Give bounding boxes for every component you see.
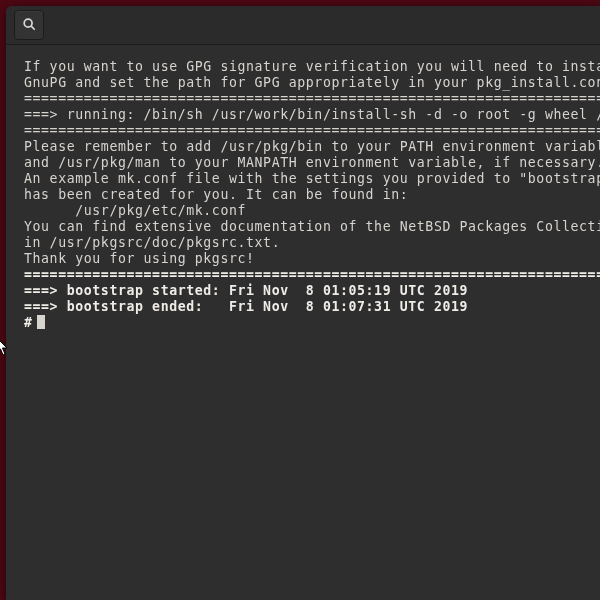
terminal-output[interactable]: If you want to use GPG signature verific…	[6, 45, 600, 600]
terminal-line: An example mk.conf file with the setting…	[24, 171, 600, 187]
svg-line-1	[31, 26, 34, 29]
terminal-line: ========================================…	[24, 91, 600, 107]
terminal-line: Please remember to add /usr/pkg/bin to y…	[24, 139, 600, 155]
shell-prompt[interactable]: #	[24, 315, 600, 331]
text-cursor	[37, 315, 45, 329]
terminal-line: You can find extensive documentation of …	[24, 219, 600, 235]
terminal-line: in /usr/pkgsrc/doc/pkgsrc.txt.	[24, 235, 600, 251]
terminal-line: has been created for you. It can be foun…	[24, 187, 600, 203]
terminal-line: and /usr/pkg/man to your MANPATH environ…	[24, 155, 600, 171]
terminal-line: GnuPG and set the path for GPG appropria…	[24, 75, 600, 91]
terminal-line: /usr/pkg/etc/mk.conf	[24, 203, 600, 219]
terminal-line: ===> running: /bin/sh /usr/work/bin/inst…	[24, 107, 600, 123]
terminal-line: ===> bootstrap started: Fri Nov 8 01:05:…	[24, 283, 600, 299]
terminal-window: If you want to use GPG signature verific…	[6, 6, 600, 600]
terminal-line: ========================================…	[24, 123, 600, 139]
terminal-line: ========================================…	[24, 267, 600, 283]
titlebar	[6, 6, 600, 45]
search-button[interactable]	[14, 10, 44, 40]
terminal-line: Thank you for using pkgsrc!	[24, 251, 600, 267]
search-icon	[22, 16, 36, 35]
terminal-line: ===> bootstrap ended: Fri Nov 8 01:07:31…	[24, 299, 600, 315]
terminal-line: If you want to use GPG signature verific…	[24, 59, 600, 75]
